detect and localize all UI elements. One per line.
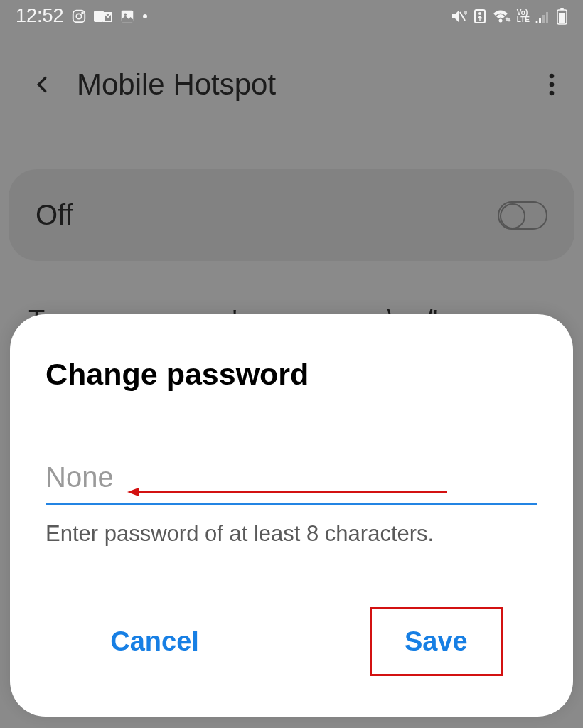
status-bar-right: Vo)LTE	[450, 8, 567, 25]
gallery-icon	[119, 9, 135, 24]
svg-point-20	[550, 91, 555, 96]
svg-rect-3	[94, 11, 104, 22]
svg-point-5	[124, 13, 127, 16]
hotspot-toggle-card[interactable]: Off	[9, 169, 574, 261]
svg-rect-14	[546, 12, 548, 23]
back-icon[interactable]	[32, 75, 52, 95]
hotspot-toggle-switch[interactable]	[498, 201, 547, 230]
svg-rect-13	[542, 15, 545, 23]
battery-icon	[557, 8, 567, 25]
save-button-highlight: Save	[370, 607, 503, 676]
password-input[interactable]	[46, 461, 537, 505]
page-title: Mobile Hotspot	[77, 68, 524, 102]
more-notifications-icon	[142, 14, 148, 19]
svg-point-18	[550, 74, 555, 79]
data-saver-icon	[473, 9, 487, 24]
status-time: 12:52	[16, 5, 64, 27]
svg-point-6	[143, 14, 147, 18]
svg-point-19	[550, 82, 555, 87]
svg-point-9	[478, 12, 481, 15]
settings-header: Mobile Hotspot	[0, 32, 583, 127]
status-bar-left: 12:52	[16, 5, 148, 27]
dialog-button-row: Cancel Save	[46, 607, 537, 676]
cancel-button[interactable]: Cancel	[80, 615, 229, 668]
hotspot-toggle-label: Off	[36, 199, 73, 231]
status-bar: 12:52 Vo)LTE	[0, 0, 583, 32]
outlook-icon	[94, 9, 112, 24]
svg-point-10	[498, 18, 502, 22]
more-menu-icon[interactable]	[549, 73, 555, 96]
password-hint: Enter password of at least 8 characters.	[46, 521, 537, 547]
signal-icon	[535, 9, 551, 23]
svg-rect-12	[539, 18, 541, 23]
svg-point-2	[82, 12, 83, 14]
mute-vibrate-icon	[450, 9, 467, 24]
svg-point-11	[536, 21, 538, 23]
wifi-icon	[493, 9, 511, 24]
button-divider	[299, 627, 299, 657]
dialog-title: Change password	[46, 357, 537, 392]
svg-point-1	[76, 14, 81, 18]
svg-rect-17	[559, 13, 565, 23]
instagram-icon	[71, 9, 87, 24]
volte-icon: Vo)LTE	[517, 9, 530, 23]
password-field-wrap	[46, 461, 537, 505]
save-button[interactable]: Save	[375, 615, 498, 668]
change-password-dialog: Change password Enter password of at lea…	[10, 314, 573, 717]
